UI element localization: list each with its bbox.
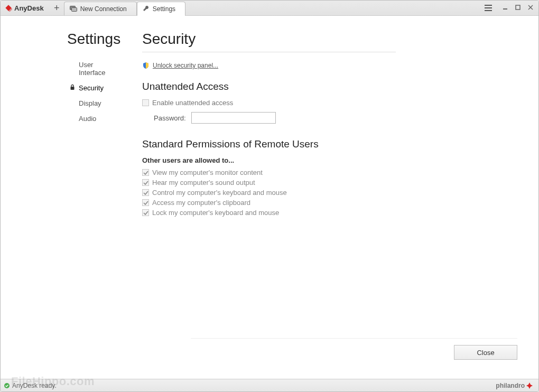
permission-label: Access my computer's clipboard — [152, 199, 250, 207]
permission-clipboard[interactable]: Access my computer's clipboard — [142, 199, 517, 207]
permission-label: View my computer's monitor content — [152, 169, 263, 176]
tab-label: Settings — [153, 5, 175, 13]
menu-button[interactable] — [482, 2, 494, 14]
sidebar-item-user-interface[interactable]: User Interface — [69, 57, 117, 80]
permission-checkbox[interactable] — [142, 189, 149, 196]
window-controls — [482, 1, 538, 15]
permission-checkbox[interactable] — [142, 209, 149, 216]
status-ok-icon — [4, 382, 10, 389]
page-title: Security — [142, 31, 517, 48]
divider — [142, 52, 396, 52]
settings-sidebar: Settings User Interface Security Display… — [1, 31, 117, 379]
password-input[interactable] — [191, 112, 276, 124]
statusbar: AnyDesk ready. philandro — [1, 379, 538, 391]
status-text: AnyDesk ready. — [12, 382, 57, 389]
permission-label: Control my computer's keyboard and mouse — [152, 189, 287, 197]
permission-label: Hear my computer's sound output — [152, 179, 255, 186]
svg-rect-4 — [503, 8, 507, 10]
close-button-label: Close — [477, 349, 494, 357]
footer-brand-text: philandro — [496, 382, 525, 389]
tab-label: New Connection — [80, 5, 127, 13]
permission-checkbox[interactable] — [142, 169, 149, 176]
tab-settings[interactable]: Settings — [137, 2, 185, 15]
permission-view-monitor[interactable]: View my computer's monitor content — [142, 169, 517, 176]
sidebar-item-audio[interactable]: Audio — [69, 111, 117, 126]
close-window-button[interactable] — [526, 3, 535, 13]
monitor-icon — [70, 6, 77, 12]
tab-new-connection[interactable]: New Connection — [64, 2, 137, 15]
philandro-logo-icon — [526, 382, 533, 389]
permissions-subheading: Other users are allowed to... — [142, 156, 517, 164]
plus-icon: + — [54, 3, 60, 14]
close-button[interactable]: Close — [454, 345, 517, 360]
unattended-access-heading: Unattended Access — [142, 81, 517, 92]
minimize-button[interactable] — [500, 3, 510, 13]
unlock-security-link[interactable]: Unlock security panel... — [153, 62, 218, 69]
svg-rect-3 — [71, 7, 77, 11]
permissions-list: View my computer's monitor content Hear … — [142, 169, 517, 217]
settings-main: Security Unlock security panel... Unatte… — [117, 31, 538, 379]
lock-icon — [69, 84, 77, 91]
permission-checkbox[interactable] — [142, 199, 149, 206]
permission-label: Lock my computer's keyboard and mouse — [152, 209, 279, 217]
app-brand: AnyDesk — [1, 1, 50, 15]
divider — [191, 338, 517, 339]
permissions-heading: Standard Permissions of Remote Users — [142, 138, 517, 150]
maximize-button[interactable] — [513, 3, 523, 13]
sidebar-item-label: Display — [79, 99, 101, 107]
enable-unattended-row[interactable]: Enable unattended access — [142, 99, 517, 107]
shield-icon — [142, 62, 150, 69]
sidebar-item-label: Security — [79, 84, 104, 92]
permission-control-kb-mouse[interactable]: Control my computer's keyboard and mouse — [142, 189, 517, 197]
sidebar-title: Settings — [67, 31, 117, 48]
app-name: AnyDesk — [14, 4, 44, 12]
enable-unattended-label: Enable unattended access — [152, 99, 233, 107]
footer-brand: philandro — [496, 382, 538, 389]
titlebar: AnyDesk + New Connection Settings — [1, 1, 538, 15]
new-tab-button[interactable]: + — [50, 1, 64, 15]
svg-rect-6 — [71, 87, 75, 90]
sidebar-item-security[interactable]: Security — [69, 80, 117, 96]
content-area: Settings User Interface Security Display… — [1, 15, 538, 379]
anydesk-logo-icon — [5, 4, 14, 12]
permission-hear-sound[interactable]: Hear my computer's sound output — [142, 179, 517, 186]
close-icon — [528, 4, 533, 12]
minimize-icon — [503, 4, 508, 12]
svg-rect-5 — [516, 5, 520, 10]
sidebar-item-label: User Interface — [79, 61, 106, 77]
maximize-icon — [515, 4, 521, 12]
permission-lock-kb-mouse[interactable]: Lock my computer's keyboard and mouse — [142, 209, 517, 217]
password-label: Password: — [154, 114, 186, 122]
permission-checkbox[interactable] — [142, 179, 149, 186]
wrench-icon — [143, 5, 150, 12]
sidebar-item-display[interactable]: Display — [69, 96, 117, 111]
enable-unattended-checkbox[interactable] — [142, 99, 149, 106]
sidebar-item-label: Audio — [79, 115, 96, 123]
